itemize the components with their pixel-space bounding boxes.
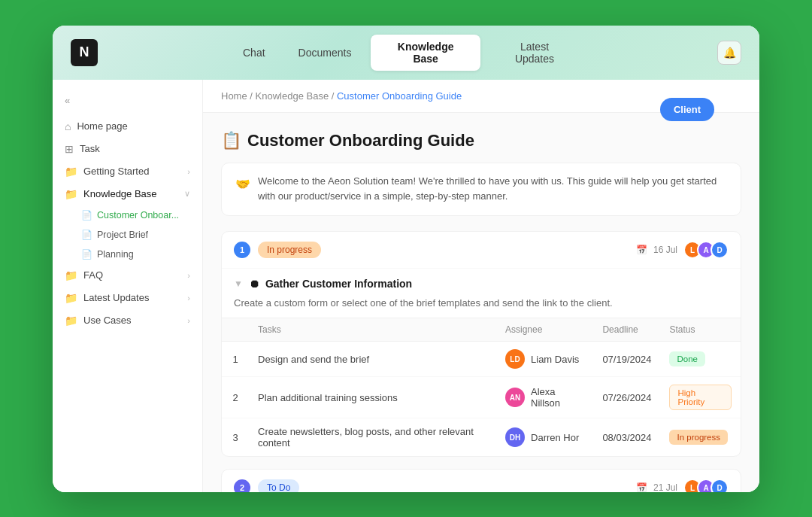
row-2-task: Plan additional training sessions <box>249 377 496 418</box>
section-card-1: 1 In progress 📅 16 Jul L A D <box>221 231 741 457</box>
row-3-assignee-cell: DH Darren Hor <box>496 418 593 457</box>
section-1-desc: Create a custom form or select one of th… <box>222 294 741 318</box>
sidebar-item-use-cases[interactable]: 📁 Use Cases › <box>53 309 202 332</box>
section-2-header: 2 To Do 📅 21 Jul L A D <box>222 470 741 491</box>
calendar-icon-1: 📅 <box>636 245 647 255</box>
title-text: Customer Onboarding Guide <box>247 131 474 151</box>
breadcrumb-separator-1: / <box>250 90 255 102</box>
row-3-assignee-name: Darren Hor <box>531 432 579 443</box>
home-icon: ⌂ <box>65 120 71 132</box>
folder-icon-1: 📁 <box>65 166 77 178</box>
breadcrumb-section[interactable]: Knowledge Base <box>256 90 329 102</box>
task-icon: ⊞ <box>65 143 74 155</box>
sidebar-sub-label-planning: Planning <box>97 249 134 260</box>
section2-avatar-3: D <box>710 479 729 491</box>
sidebar-item-latest-updates[interactable]: 📁 Latest Updates › <box>53 287 202 309</box>
chevron-icon-2: ∨ <box>184 189 190 199</box>
header-right: 🔔 <box>717 41 741 65</box>
row-1-assignee-cell: LD Liam Davis <box>496 342 593 377</box>
col-num <box>222 318 249 342</box>
breadcrumb-current: Customer Onboarding Guide <box>337 90 462 102</box>
row-1-deadline: 07/19/2024 <box>593 342 660 377</box>
row-1-task: Design and send the brief <box>249 342 496 377</box>
sidebar-item-getting-started[interactable]: 📁 Getting Started › <box>53 160 202 183</box>
chevron-icon-5: › <box>187 316 190 325</box>
task-table-1: Tasks Assignee Deadline Status 1 Design … <box>222 318 741 456</box>
breadcrumb-separator-2: / <box>332 90 337 102</box>
row-1-assignee-name: Liam Davis <box>531 354 579 365</box>
row-3-status: In progress <box>669 430 728 445</box>
folder-icon-5: 📁 <box>65 315 77 327</box>
chevron-icon-4: › <box>187 293 190 303</box>
sidebar-sub-item-planning[interactable]: 📄 Planning <box>53 245 202 264</box>
section-1-date: 16 Jul <box>653 245 677 255</box>
bell-icon[interactable]: 🔔 <box>717 41 741 65</box>
intro-box: 🤝 Welcome to the Aeon Solution team! We'… <box>221 163 741 217</box>
section-2-header-right: 📅 21 Jul L A D <box>636 479 729 491</box>
sidebar-sub-item-project-brief[interactable]: 📄 Project Brief <box>53 225 202 245</box>
chevron-icon-3: › <box>187 271 190 280</box>
section-card-2: 2 To Do 📅 21 Jul L A D <box>221 469 741 491</box>
collapse-icon-1[interactable]: ▼ <box>234 278 243 289</box>
row-1-avatar: LD <box>505 349 525 369</box>
doc-icon-3: 📄 <box>81 249 92 260</box>
tab-documents[interactable]: Documents <box>285 35 365 71</box>
tab-chat[interactable]: Chat <box>229 35 279 71</box>
sidebar-collapse-button[interactable]: « <box>53 92 202 115</box>
section-2-number: 2 <box>234 479 250 491</box>
col-deadline: Deadline <box>593 318 660 342</box>
row-2-assignee-cell: AN Alexa Nillson <box>496 377 593 418</box>
sidebar-sub-item-customer-onboard[interactable]: 📄 Customer Onboar... <box>53 205 202 225</box>
doc-icon-1: 📄 <box>81 210 92 220</box>
sidebar-sub-label-customer: Customer Onboar... <box>97 210 179 220</box>
row-1-status-cell: Done <box>660 342 741 377</box>
sidebar-item-knowledge-base[interactable]: 📁 Knowledge Base ∨ <box>53 183 202 205</box>
section-1-header-right: 📅 16 Jul L A D <box>636 241 729 259</box>
sidebar-item-task[interactable]: ⊞ Task <box>53 138 202 160</box>
sidebar-item-faq[interactable]: 📁 FAQ › <box>53 264 202 287</box>
section-2-date: 21 Jul <box>653 482 677 491</box>
section-1-avatars: L A D <box>683 241 729 259</box>
row-2-assignee-name: Alexa Nillson <box>531 386 584 409</box>
chevron-icon-1: › <box>187 167 190 176</box>
row-3-num: 3 <box>222 418 249 457</box>
calendar-icon-2: 📅 <box>636 482 647 491</box>
sidebar-sub-label-project-brief: Project Brief <box>97 230 148 240</box>
table-row-1: 1 Design and send the brief LD Liam Davi… <box>222 342 741 377</box>
sidebar-label-homepage: Home page <box>77 120 190 132</box>
sidebar-label-latest-updates: Latest Updates <box>83 292 181 303</box>
section-1-title: Gather Customer Information <box>265 278 412 290</box>
tab-knowledge-base[interactable]: Knowledge Base <box>371 35 480 71</box>
doc-icon-2: 📄 <box>81 230 92 240</box>
sidebar: « ⌂ Home page ⊞ Task 📁 Getting Started ›… <box>53 80 203 492</box>
col-assignee: Assignee <box>496 318 593 342</box>
sidebar-label-faq: FAQ <box>83 269 181 281</box>
intro-text: Welcome to the Aeon Solution team! We're… <box>258 174 727 205</box>
main-content: Home / Knowledge Base / Customer Onboard… <box>203 80 759 492</box>
folder-icon-3: 📁 <box>65 269 77 281</box>
row-1-num: 1 <box>222 342 249 377</box>
client-button[interactable]: Client <box>660 98 714 121</box>
nav-tabs: Chat Documents Knowledge Base Latest Upd… <box>229 35 583 71</box>
section-2-status: To Do <box>258 479 299 491</box>
sidebar-item-homepage[interactable]: ⌂ Home page <box>53 115 202 138</box>
avatar-3: D <box>710 241 729 259</box>
logo[interactable]: N <box>71 39 98 66</box>
app-window: N Chat Documents Knowledge Base Latest U… <box>53 26 759 492</box>
sidebar-label-use-cases: Use Cases <box>83 315 181 326</box>
folder-icon-4: 📁 <box>65 292 77 304</box>
row-3-task: Create newsletters, blog posts, and othe… <box>249 418 496 457</box>
tab-latest-updates[interactable]: Latest Updates <box>486 35 583 71</box>
row-2-status: High Priority <box>669 385 732 410</box>
section-title-icon-1: ⏺ <box>249 278 259 290</box>
page-title: 📋 Customer Onboarding Guide <box>221 131 741 151</box>
section-1-title-row: ▼ ⏺ Gather Customer Information <box>222 269 741 294</box>
row-3-avatar: DH <box>505 427 525 447</box>
row-2-deadline: 07/26/2024 <box>593 377 660 418</box>
section-2-avatars: L A D <box>683 479 729 491</box>
row-2-avatar: AN <box>505 388 525 407</box>
breadcrumb-home[interactable]: Home <box>221 90 247 102</box>
row-2-num: 2 <box>222 377 249 418</box>
section-2-header-left: 2 To Do <box>234 479 299 491</box>
table-row-2: 2 Plan additional training sessions AN A… <box>222 377 741 418</box>
